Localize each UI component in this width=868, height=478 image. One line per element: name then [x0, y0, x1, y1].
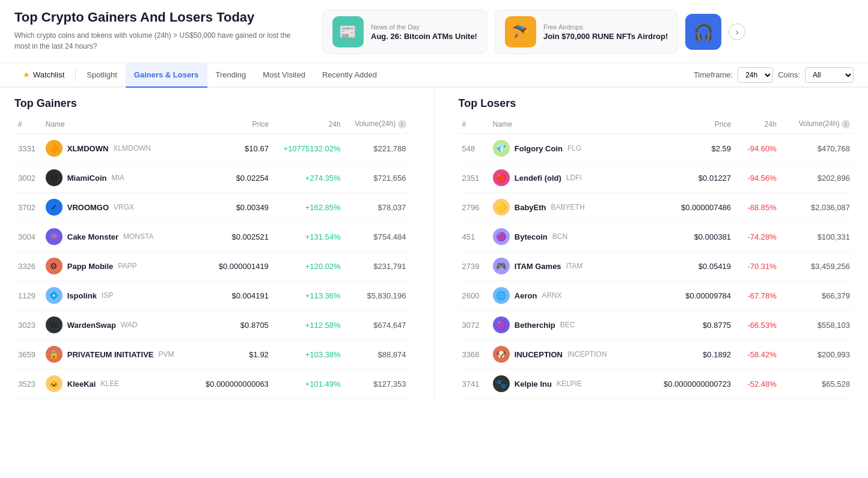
- losers-col-volume: Volume(24h) i: [780, 115, 854, 134]
- gainer-rank: 3002: [14, 163, 42, 193]
- loser-coin-symbol: INCEPTION: [567, 350, 607, 358]
- app-icon[interactable]: 🎧: [685, 14, 721, 50]
- loser-name-cell: 🔴 Lendefi (old) LDFI: [489, 163, 641, 193]
- loser-price: $0.8775: [641, 310, 735, 340]
- losers-row[interactable]: 2600 🌐 Aeron ARNX $0.00009784 -67.78% $6…: [459, 281, 854, 310]
- gainer-coin-symbol: MIA: [111, 174, 124, 182]
- gainer-coin-symbol: XLMDOWN: [113, 144, 151, 153]
- gainer-coin-symbol: PVM: [158, 350, 174, 358]
- loser-change: -52.48%: [735, 369, 780, 399]
- gainers-row[interactable]: 3331 🔶 XLMDOWN XLMDOWN $10.67 +10775132.…: [14, 134, 410, 163]
- loser-coin-name: ITAM Games: [515, 262, 561, 271]
- gainer-coin-name: MiamiCoin: [67, 174, 107, 183]
- gainers-row[interactable]: 3523 🐱 KleeKai KLEE $0.000000000063 +101…: [14, 369, 410, 399]
- gainer-volume: $88,874: [344, 340, 410, 369]
- gainer-coin-name: PRIVATEUM INITIATIVE: [67, 350, 154, 359]
- loser-volume: $2,036,087: [780, 193, 854, 222]
- tab-watchlist[interactable]: ★ Watchlist: [14, 63, 73, 88]
- loser-price: $0.000007486: [641, 193, 735, 222]
- gainer-coin-symbol: VRGX: [114, 203, 134, 211]
- gainer-change: +120.02%: [272, 252, 344, 281]
- loser-name-cell: 🟣 Betherchip BEC: [489, 310, 641, 340]
- news-tag-2: Free Airdrops: [543, 23, 668, 31]
- gainer-volume: $754,484: [344, 222, 410, 252]
- gainers-row[interactable]: 3326 ⚙ Papp Mobile PAPP $0.000001419 +12…: [14, 252, 410, 281]
- loser-coin-name: Betherchip: [515, 321, 555, 330]
- loser-name-cell: 🐶 INUCEPTION INCEPTION: [489, 340, 641, 369]
- losers-section: Top Losers # Name Price 24h Volume(24h) …: [459, 88, 854, 399]
- loser-coin-symbol: BEC: [560, 321, 575, 329]
- loser-rank: 451: [459, 222, 489, 252]
- loser-price: $0.05419: [641, 252, 735, 281]
- tab-most-visited[interactable]: Most Visited: [254, 63, 314, 88]
- gainer-name-cell: ⚙ Papp Mobile PAPP: [42, 252, 194, 281]
- gainer-change: +112.58%: [272, 310, 344, 340]
- page-subtitle: Which crypto coins and tokens with volum…: [14, 30, 303, 52]
- gainer-name-cell: M MiamiCoin MIA: [42, 163, 194, 193]
- gainer-change: +113.36%: [272, 281, 344, 310]
- gainers-row[interactable]: 3659 🔒 PRIVATEUM INITIATIVE PVM $1.92 +1…: [14, 340, 410, 369]
- gainers-col-price: Price: [194, 115, 272, 134]
- losers-row[interactable]: 451 🟣 Bytecoin BCN $0.000381 -74.28% $10…: [459, 222, 854, 252]
- gainers-row[interactable]: 3002 M MiamiCoin MIA $0.02254 +274.35% $…: [14, 163, 410, 193]
- losers-row[interactable]: 2739 🎮 ITAM Games ITAM $0.05419 -70.31% …: [459, 252, 854, 281]
- gainer-coin-icon: 🐱: [46, 375, 63, 392]
- loser-name-cell: 🌐 Aeron ARNX: [489, 281, 641, 310]
- loser-name-cell: 🎮 ITAM Games ITAM: [489, 252, 641, 281]
- tab-recently-added[interactable]: Recently Added: [314, 63, 385, 88]
- timeframe-select[interactable]: 24h 7d 30d: [738, 67, 773, 83]
- gainers-row[interactable]: 3702 ✓ VROOMGO VRGX $0.00349 +162.85% $7…: [14, 193, 410, 222]
- coins-select[interactable]: All Top 100: [805, 67, 854, 83]
- gainer-coin-name: Cake Monster: [67, 232, 118, 241]
- tab-spotlight-label: Spotlight: [87, 70, 117, 79]
- gainer-name-cell: ✓ VROOMGO VRGX: [42, 193, 194, 222]
- gainer-rank: 3523: [14, 369, 42, 399]
- gainer-volume: $78,037: [344, 193, 410, 222]
- loser-price: $0.01227: [641, 163, 735, 193]
- loser-coin-symbol: ITAM: [566, 262, 583, 270]
- gainers-section: Top Gainers # Name Price 24h Volume(24h)…: [14, 88, 410, 399]
- gainer-coin-name: VROOMGO: [67, 203, 109, 212]
- losers-row[interactable]: 2351 🔴 Lendefi (old) LDFI $0.01227 -94.5…: [459, 163, 854, 193]
- losers-row[interactable]: 3072 🟣 Betherchip BEC $0.8775 -66.53% $5…: [459, 310, 854, 340]
- gainer-name-cell: 🔶 XLMDOWN XLMDOWN: [42, 134, 194, 163]
- gainers-row[interactable]: 1129 💠 Ispolink ISP $0.004191 +113.36% $…: [14, 281, 410, 310]
- gainer-volume: $231,791: [344, 252, 410, 281]
- gainer-change: +162.85%: [272, 193, 344, 222]
- gainers-row[interactable]: 3023 W WardenSwap WAD $0.8705 +112.58% $…: [14, 310, 410, 340]
- tab-gainers-losers[interactable]: Gainers & Losers: [126, 63, 207, 88]
- gainer-coin-icon: M: [46, 169, 63, 186]
- loser-coin-symbol: LDFI: [566, 174, 582, 182]
- gainer-change: +101.49%: [272, 369, 344, 399]
- loser-rank: 2600: [459, 281, 489, 310]
- news-card-1[interactable]: 📰 News of the Day Aug. 26: Bitcoin ATMs …: [322, 10, 487, 54]
- loser-coin-name: Aeron: [515, 291, 537, 300]
- losers-volume-info-icon[interactable]: i: [842, 120, 850, 129]
- next-banner-arrow[interactable]: ›: [729, 23, 745, 40]
- loser-coin-symbol: BCN: [552, 232, 567, 241]
- news-card-2[interactable]: 🪂 Free Airdrops Join $70,000 RUNE NFTs A…: [495, 10, 678, 54]
- loser-volume: $3,459,256: [780, 252, 854, 281]
- losers-row[interactable]: 3741 🐾 Kelpie Inu KELPIE $0.000000000072…: [459, 369, 854, 399]
- loser-price: $2.59: [641, 134, 735, 163]
- losers-row[interactable]: 3368 🐶 INUCEPTION INCEPTION $0.1892 -58.…: [459, 340, 854, 369]
- gainers-row[interactable]: 3004 👾 Cake Monster MONSTA $0.002521 +13…: [14, 222, 410, 252]
- gainer-coin-symbol: WAD: [121, 321, 138, 329]
- gainers-volume-info-icon[interactable]: i: [398, 120, 406, 129]
- loser-name-cell: 💎 Folgory Coin FLG: [489, 134, 641, 163]
- gainer-coin-icon: 🔒: [46, 346, 63, 363]
- loser-coin-name: Folgory Coin: [515, 144, 563, 153]
- loser-rank: 3741: [459, 369, 489, 399]
- news-icon-1: 📰: [332, 16, 364, 47]
- gainer-coin-name: KleeKai: [67, 380, 96, 389]
- tab-spotlight[interactable]: Spotlight: [78, 63, 126, 88]
- losers-row[interactable]: 548 💎 Folgory Coin FLG $2.59 -94.60% $47…: [459, 134, 854, 163]
- losers-row[interactable]: 2796 🟡 BabyEth BABYETH $0.000007486 -88.…: [459, 193, 854, 222]
- gainer-coin-name: WardenSwap: [67, 321, 116, 330]
- loser-price: $0.00009784: [641, 281, 735, 310]
- gainer-coin-symbol: MONSTA: [123, 232, 153, 241]
- gainers-col-rank: #: [14, 115, 42, 134]
- gainer-price: $1.92: [194, 340, 272, 369]
- gainer-change: +274.35%: [272, 163, 344, 193]
- tab-trending[interactable]: Trending: [207, 63, 255, 88]
